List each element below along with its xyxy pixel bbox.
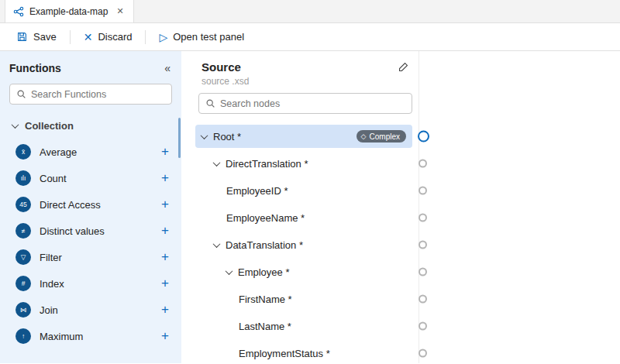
functions-scrollbar[interactable] [178,118,181,158]
tab-example-data-map[interactable]: Example-data-map ✕ [5,0,134,22]
function-item-filter[interactable]: ▽ Filter + [0,244,181,270]
add-function-button[interactable]: + [160,302,170,318]
tree-node-root[interactable]: Root * ◇ Complex [195,125,412,148]
chevron-down-icon[interactable] [213,159,221,167]
search-icon [205,98,215,108]
functions-panel-header: Functions « [0,51,181,81]
function-item-distinct-values[interactable]: ≠ Distinct values + [0,218,181,244]
node-label: Employee * [238,266,289,278]
function-label: Index [40,278,160,290]
schema-tree: Root * ◇ Complex DirectTranslation * Emp… [192,122,418,364]
add-function-button[interactable]: + [160,328,170,344]
functions-search-input[interactable] [31,89,165,100]
open-test-panel-label: Open test panel [173,31,244,43]
node-label: EmployeeID * [226,185,288,197]
open-test-panel-button[interactable]: ▷ Open test panel [150,27,253,46]
search-icon [16,89,26,99]
collection-group-row[interactable]: Collection [0,112,181,139]
node-connector[interactable] [418,241,427,249]
toolbar-divider [70,30,71,44]
nodes-search-box [198,93,412,114]
chevron-down-icon [12,121,19,129]
node-label: LastName * [239,321,291,332]
function-item-direct-access[interactable]: 45 Direct Access + [0,191,181,218]
chevron-down-icon[interactable] [213,240,221,248]
save-button[interactable]: Save [8,27,65,46]
function-label: Maximum [40,331,160,342]
tree-node-lastname[interactable]: LastName * [195,314,412,338]
node-label: FirstName * [239,294,292,305]
tree-node-employeename[interactable]: EmployeeName * [195,206,412,229]
save-icon [16,31,28,43]
node-label: EmployeeName * [226,212,305,224]
function-label: Count [40,173,160,184]
add-function-button[interactable]: + [160,197,170,212]
tree-node-datatranslation[interactable]: DataTranslation * [195,233,412,256]
count-icon: ılı [16,170,31,186]
edit-schema-button[interactable] [398,61,409,73]
node-connector[interactable] [418,214,427,222]
function-item-average[interactable]: x̄ Average + [0,139,181,165]
node-connector[interactable] [418,131,429,143]
chevron-down-icon[interactable] [201,132,208,139]
mapping-canvas[interactable] [419,51,620,363]
node-connector[interactable] [418,160,427,168]
tree-node-employmentstatus[interactable]: EmploymentStatus * [195,342,412,364]
node-connector[interactable] [418,268,427,276]
function-item-join[interactable]: ⋈ Join + [0,297,181,323]
functions-panel-title: Functions [9,62,61,74]
nodes-search-input[interactable] [220,98,405,109]
add-function-button[interactable]: + [160,249,170,265]
source-schema-panel: Source source .xsd Root * ◇ Complex [192,51,419,363]
discard-icon: ✕ [84,32,93,43]
tab-bar: Example-data-map ✕ [0,0,620,23]
discard-button[interactable]: ✕ Discard [75,27,141,46]
join-icon: ⋈ [16,302,31,318]
tree-node-firstname[interactable]: FirstName * [195,287,412,311]
function-label: Direct Access [40,199,160,211]
tree-node-employeeid[interactable]: EmployeeID * [195,179,412,202]
toolbar-divider [145,30,146,44]
node-label: Root * [213,131,241,143]
add-function-button[interactable]: + [160,276,170,291]
command-bar: Save ✕ Discard ▷ Open test panel [0,23,620,51]
tab-close-icon[interactable]: ✕ [116,6,123,16]
function-item-index[interactable]: # Index + [0,270,181,297]
discard-label: Discard [98,31,132,43]
main-area: Functions « Collection x̄ Average + ılı … [0,51,620,363]
source-panel-header: Source [192,51,418,74]
distinct-values-icon: ≠ [16,223,31,239]
function-item-count[interactable]: ılı Count + [0,165,181,191]
add-function-button[interactable]: + [160,170,170,186]
data-map-icon [13,6,24,17]
play-icon: ▷ [159,32,167,43]
source-file-name: source .xsd [192,74,418,93]
function-label: Distinct values [40,225,160,237]
filter-icon: ▽ [16,249,31,265]
function-label: Average [40,146,160,158]
tree-node-directtranslation[interactable]: DirectTranslation * [195,152,412,175]
collapse-panel-icon[interactable]: « [164,62,170,74]
add-function-button[interactable]: + [160,223,170,239]
node-label: EmploymentStatus * [239,348,330,359]
function-item-maximum[interactable]: ↑ Maximum + [0,323,181,349]
maximum-icon: ↑ [16,328,31,344]
complex-type-badge: ◇ Complex [356,130,406,143]
complex-type-icon: ◇ [361,133,367,140]
functions-panel: Functions « Collection x̄ Average + ılı … [0,51,181,363]
node-connector[interactable] [418,187,427,195]
badge-label: Complex [370,132,400,141]
panel-gap [181,51,192,363]
source-panel-title: Source [202,60,241,74]
collection-group-label: Collection [25,120,74,132]
tree-node-employee[interactable]: Employee * [195,260,412,283]
average-icon: x̄ [16,144,31,160]
add-function-button[interactable]: + [160,144,170,160]
node-connector[interactable] [418,295,427,304]
node-label: DirectTranslation * [226,158,308,170]
node-connector[interactable] [418,322,427,331]
node-label: DataTranslation * [226,239,303,251]
index-icon: # [16,276,31,291]
node-connector[interactable] [418,349,427,358]
chevron-down-icon[interactable] [226,267,233,275]
